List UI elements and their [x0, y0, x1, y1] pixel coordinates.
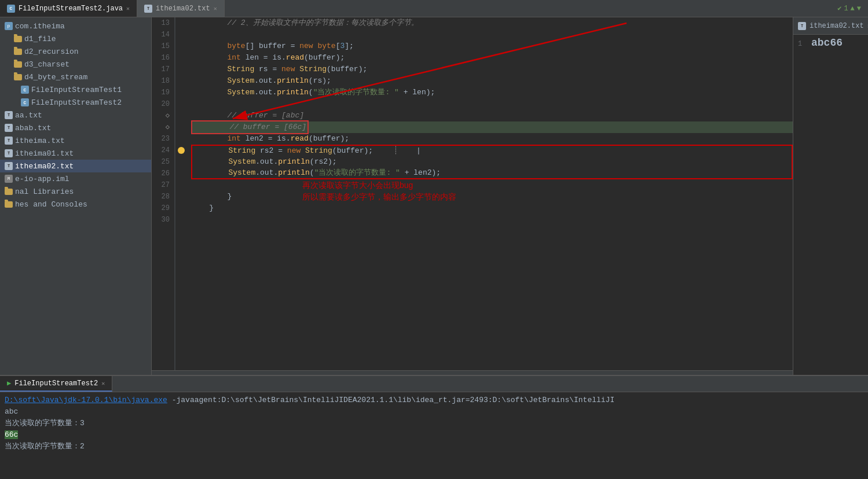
code-line-16: int len = is.read(buffer);	[191, 52, 793, 64]
java-exe-link[interactable]: D:\soft\Java\jdk-17.0.1\bin\java.exe	[5, 396, 167, 404]
check-down[interactable]: ▼	[857, 5, 861, 13]
sidebar-label: FileInputStreamTest1	[31, 86, 122, 94]
check-icon: ✔	[837, 4, 841, 13]
folder-icon	[5, 189, 13, 195]
console-content[interactable]: D:\soft\Java\jdk-17.0.1\bin\java.exe -ja…	[0, 392, 868, 479]
sidebar-item-fileinputstreamtest2[interactable]: C FileInputStreamTest2	[0, 96, 151, 109]
txt-tab-label: itheima02.txt	[156, 5, 210, 13]
line-num-15: 15	[156, 40, 170, 52]
line-num-13: 13	[156, 17, 170, 29]
code-line-29: }	[191, 202, 793, 214]
line-num-26: 26	[156, 168, 170, 179]
line-num-29: 29	[156, 202, 170, 214]
java-tab[interactable]: C FileInputStreamTest2.java ✕	[0, 0, 137, 17]
sidebar-item-com-itheima[interactable]: p com.itheima	[0, 20, 151, 32]
bottom-tabs: ▶ FileInputStreamTest2 ✕	[0, 376, 868, 392]
txt-icon: T	[5, 137, 13, 145]
txt-tab[interactable]: T itheima02.txt ✕	[137, 0, 225, 17]
line-num-25: 25	[156, 156, 170, 168]
run-tab-label: FileInputStreamTest2	[14, 379, 98, 388]
java-tab-close[interactable]: ✕	[126, 5, 130, 12]
sidebar-item-eio-app-iml[interactable]: M e-io-app.iml	[0, 172, 151, 185]
code-line-23: int len2 = is.read(buffer);	[191, 133, 793, 145]
line-num-16: 16	[156, 52, 170, 64]
editor-content[interactable]: 13 14 15 16 17 18 19 20 ◇ ◇ 23 24 25 26 …	[152, 17, 793, 370]
main-content: p com.itheima d1_file d2_recursion d3_ch…	[0, 17, 868, 375]
bulb-annotation[interactable]	[175, 145, 186, 156]
code-lines[interactable]: // 2、开始读取文件中的字节数据：每次读取多个字节。 byte[] buffe…	[186, 17, 793, 370]
folder-icon	[14, 74, 22, 80]
txt-icon: T	[5, 111, 13, 119]
code-line-26: System.out.println("当次读取的字节数量: " + len2)…	[191, 168, 793, 179]
run-icon: ▶	[7, 379, 11, 388]
line-num-22: ◇	[156, 121, 170, 133]
code-line-17: String rs = new String(buffer);	[191, 64, 793, 75]
sidebar-item-d2-recursion[interactable]: d2_recursion	[0, 45, 151, 58]
txt-icon: T	[5, 149, 13, 157]
run-tab[interactable]: ▶ FileInputStreamTest2 ✕	[0, 376, 112, 392]
sidebar-label: e-io-app.iml	[15, 175, 69, 183]
sidebar-label: d2_recursion	[24, 47, 79, 56]
txt-tab-close[interactable]: ✕	[214, 5, 217, 12]
editor-area: 13 14 15 16 17 18 19 20 ◇ ◇ 23 24 25 26 …	[152, 17, 793, 375]
line-num-23: 23	[156, 133, 170, 145]
code-line-22: // buffer = [66c]	[191, 121, 793, 133]
txt-tab-icon: T	[144, 5, 152, 13]
sidebar-item-aa-txt[interactable]: T aa.txt	[0, 109, 151, 121]
sidebar-item-itheima-txt[interactable]: T itheima.txt	[0, 134, 151, 147]
line-num-27: 27	[156, 179, 170, 191]
sidebar-label: itheima02.txt	[15, 162, 74, 171]
folder-icon	[14, 49, 22, 55]
line-num-14: 14	[156, 29, 170, 40]
code-line-24: String rs2 = new String(buffer); ┊ |	[191, 145, 793, 156]
horizontal-scrollbar[interactable]	[152, 370, 793, 375]
package-icon: p	[5, 22, 13, 30]
sidebar: p com.itheima d1_file d2_recursion d3_ch…	[0, 17, 152, 375]
top-bar: C FileInputStreamTest2.java ✕ T itheima0…	[0, 0, 868, 17]
java-tab-icon: C	[7, 5, 15, 13]
iml-icon: M	[5, 175, 13, 183]
java-icon: C	[21, 98, 29, 106]
sidebar-label: itheima01.txt	[15, 149, 74, 158]
sidebar-item-itheima01-txt[interactable]: T itheima01.txt	[0, 147, 151, 160]
code-line-21: // buffer = [abc]	[191, 110, 793, 121]
code-line-30	[191, 214, 793, 226]
line-numbers: 13 14 15 16 17 18 19 20 ◇ ◇ 23 24 25 26 …	[152, 17, 175, 370]
right-panel-line-num: 1 abc66	[793, 35, 868, 51]
code-line-18: System.out.println(rs);	[191, 75, 793, 87]
sidebar-item-nal-libraries[interactable]: nal Libraries	[0, 185, 151, 198]
txt-icon: T	[5, 124, 13, 132]
folder-icon	[14, 61, 22, 68]
sidebar-item-tches-consoles[interactable]: hes and Consoles	[0, 198, 151, 211]
sidebar-label: hes and Consoles	[15, 200, 87, 209]
sidebar-item-d3-charset[interactable]: d3_charset	[0, 58, 151, 71]
sidebar-item-abab-txt[interactable]: T abab.txt	[0, 121, 151, 134]
sidebar-label: nal Libraries	[15, 187, 74, 196]
sidebar-item-fileinputstreamtest1[interactable]: C FileInputStreamTest1	[0, 83, 151, 96]
java-icon: C	[21, 86, 29, 94]
folder-icon	[14, 36, 22, 42]
txt-file-icon: T	[798, 22, 806, 30]
sidebar-label: d4_byte_stream	[24, 73, 87, 82]
console-output-66c: 66c	[5, 429, 863, 441]
sidebar-label: d3_charset	[24, 60, 69, 69]
java-args: -javaagent:D:\soft\JetBrains\IntelliJIDE…	[172, 396, 615, 404]
sidebar-item-itheima02-txt[interactable]: T itheima02.txt	[0, 160, 151, 172]
code-line-28: }	[191, 191, 793, 202]
line-num-24: 24	[156, 145, 170, 156]
txt-icon: T	[5, 162, 13, 170]
line-num-19: 19	[156, 87, 170, 98]
console-66c-highlighted: 66c	[5, 430, 18, 439]
line-num-30: 30	[156, 214, 170, 226]
sidebar-label: d1_file	[24, 35, 56, 43]
sidebar-label: aa.txt	[15, 111, 42, 120]
run-tab-close[interactable]: ✕	[101, 380, 105, 387]
check-up[interactable]: ▲	[851, 5, 855, 13]
line-num-21: ◇	[156, 110, 170, 121]
java-tab-label: FileInputStreamTest2.java	[19, 5, 123, 13]
console-output-bytes2: 当次读取的字节数量：2	[5, 441, 863, 452]
code-line-20	[191, 98, 793, 110]
console-output-abc: abc	[5, 406, 863, 418]
sidebar-item-d4-byte-stream[interactable]: d4_byte_stream	[0, 71, 151, 83]
sidebar-item-d1-file[interactable]: d1_file	[0, 32, 151, 45]
